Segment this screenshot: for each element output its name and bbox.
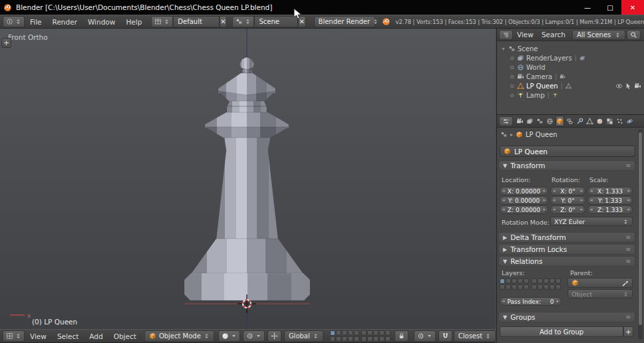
layer-toggle[interactable] <box>500 285 505 290</box>
layer-toggle[interactable] <box>538 279 543 284</box>
outliner-row-renderlayers[interactable]: ⊙ RenderLayers | <box>497 53 644 62</box>
tab-render[interactable] <box>516 116 524 126</box>
expand-icon[interactable]: ▾ <box>500 46 506 52</box>
layer-toggle[interactable] <box>330 330 335 336</box>
increment-icon[interactable]: ▸ <box>543 196 546 205</box>
panel-closed-icon[interactable]: ▶ <box>503 247 507 253</box>
layer-toggle[interactable] <box>336 330 341 336</box>
expand-icon[interactable]: ⊙ <box>509 74 515 80</box>
layer-toggle[interactable] <box>330 336 335 342</box>
outliner-search-button[interactable] <box>627 30 641 40</box>
snap-toggle-button[interactable] <box>438 330 452 342</box>
viewport-menu-add[interactable]: Add <box>84 330 108 343</box>
outliner-row-world[interactable]: ⊙ World <box>497 62 644 72</box>
layer-toggle[interactable] <box>342 336 347 342</box>
layer-toggle[interactable] <box>544 279 549 284</box>
add-to-group-button[interactable]: Add to Group <box>500 326 623 337</box>
maximize-button[interactable]: □ <box>599 0 621 15</box>
editor-type-button[interactable] <box>3 16 25 27</box>
rotation-y-field[interactable]: ◂Y: 0°▸ <box>550 196 585 205</box>
layer-toggle[interactable] <box>532 279 537 284</box>
toolshelf-expand-button[interactable]: + <box>1 38 11 48</box>
menu-help[interactable]: Help <box>120 15 147 29</box>
relations-panel-header[interactable]: ▼ Relations ≡ <box>498 256 635 267</box>
tab-physics[interactable] <box>625 116 634 126</box>
increment-icon[interactable]: ▸ <box>627 187 630 195</box>
pass-index-field[interactable]: ◂ Pass Index: 0 ▸ <box>500 297 562 306</box>
location-z-field[interactable]: ◂Z: 0.00000▸ <box>500 205 548 214</box>
tab-object-data[interactable] <box>585 116 594 126</box>
scale-y-field[interactable]: ◂Y: 1.333▸ <box>587 196 633 205</box>
layer-toggle[interactable] <box>379 336 385 342</box>
new-group-plus-button[interactable]: + <box>623 326 633 337</box>
layer-toggle[interactable] <box>361 336 367 342</box>
close-button[interactable]: ✕ <box>621 0 644 15</box>
renderability-camera-icon[interactable] <box>634 82 641 90</box>
outliner-display-select[interactable]: All Scenes <box>572 30 625 40</box>
tab-particles[interactable] <box>615 116 624 126</box>
panel-grip-icon[interactable]: ≡ <box>625 314 631 320</box>
screen-layout-unlink-button[interactable]: ✕ <box>220 16 228 27</box>
layer-toggle[interactable] <box>538 285 543 290</box>
layer-toggle[interactable] <box>379 330 385 336</box>
outliner-row-lamp[interactable]: ⊙ Lamp | <box>497 90 644 100</box>
layer-toggle[interactable] <box>361 330 367 336</box>
tab-constraints[interactable] <box>565 116 574 126</box>
panel-open-icon[interactable]: ▼ <box>503 259 507 265</box>
layer-toggle[interactable] <box>348 330 353 336</box>
outliner-editor-type-button[interactable] <box>499 30 513 40</box>
scene-browse-button[interactable] <box>232 16 254 27</box>
transform-locks-panel-header[interactable]: ▶ Transform Locks ≡ <box>498 244 635 255</box>
layer-toggle[interactable] <box>385 330 391 336</box>
parent-object-field[interactable] <box>567 278 633 288</box>
layer-toggle[interactable] <box>367 336 373 342</box>
layer-toggle[interactable] <box>532 285 537 290</box>
snap-target-select[interactable]: Closest <box>454 330 496 342</box>
increment-icon[interactable]: ▸ <box>543 187 546 195</box>
outliner-menu-search[interactable]: Search <box>538 28 569 41</box>
proportional-edit-button[interactable] <box>414 330 436 342</box>
outliner-row-scene[interactable]: ▾ Scene <box>497 44 644 53</box>
panel-closed-icon[interactable]: ▶ <box>503 235 507 241</box>
layer-toggle[interactable] <box>550 285 555 290</box>
breadcrumb-object-icon[interactable] <box>516 131 523 138</box>
menu-window[interactable]: Window <box>82 15 120 29</box>
manipulator-toggle-button[interactable] <box>267 330 281 342</box>
panel-grip-icon[interactable]: ≡ <box>625 246 631 253</box>
location-x-field[interactable]: ◂X: 0.00000▸ <box>500 187 548 195</box>
rotation-x-field[interactable]: ◂X: 0°▸ <box>550 187 585 195</box>
scene-unlink-button[interactable]: ✕ <box>298 16 306 27</box>
expand-icon[interactable]: ⊙ <box>509 83 515 89</box>
panel-open-icon[interactable]: ▼ <box>503 314 507 320</box>
panel-grip-icon[interactable]: ≡ <box>625 234 631 241</box>
menu-render[interactable]: Render <box>47 15 82 29</box>
scene-name-field[interactable]: Scene <box>254 16 297 27</box>
tab-world[interactable] <box>546 116 554 126</box>
tab-material[interactable] <box>595 116 604 126</box>
outliner-row-camera[interactable]: ⊙ Camera | <box>497 72 644 81</box>
delta-transform-panel-header[interactable]: ▶ Delta Transform ≡ <box>498 232 635 243</box>
3d-viewport[interactable]: x Front Ortho (0) LP Queen + <box>0 29 496 329</box>
screen-layout-name-field[interactable]: Default <box>173 16 219 27</box>
breadcrumb-scene-icon[interactable] <box>500 131 508 138</box>
transform-panel-header[interactable]: ▼ Transform ≡ <box>498 160 635 171</box>
layer-toggle[interactable] <box>544 285 549 290</box>
groups-panel-header[interactable]: ▼ Groups ≡ <box>498 312 635 322</box>
increment-icon[interactable]: ▸ <box>580 196 583 205</box>
eyedropper-icon[interactable] <box>621 279 629 286</box>
properties-scrollbar-track[interactable] <box>638 130 643 340</box>
layer-toggle[interactable] <box>512 279 517 284</box>
layer-toggle[interactable] <box>373 330 379 336</box>
visibility-eye-icon[interactable] <box>615 82 623 90</box>
layer-toggle[interactable] <box>336 336 341 342</box>
viewport-shading-button[interactable] <box>218 330 240 342</box>
render-engine-select[interactable]: Blender Render <box>314 16 375 27</box>
increment-icon[interactable]: ▸ <box>543 205 546 214</box>
layer-toggle[interactable] <box>512 285 517 290</box>
menu-file[interactable]: File <box>25 15 47 29</box>
properties-scrollbar-thumb[interactable] <box>639 132 642 325</box>
parent-type-select[interactable]: Object <box>567 289 633 298</box>
viewport-menu-select[interactable]: Select <box>52 330 84 343</box>
tab-object[interactable] <box>556 116 564 126</box>
layer-toggle[interactable] <box>385 336 391 342</box>
